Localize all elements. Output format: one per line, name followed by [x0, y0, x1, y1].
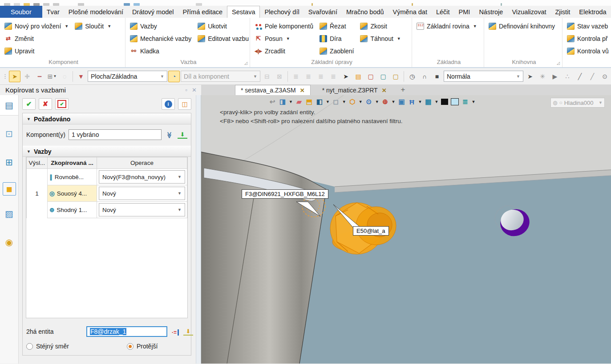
- titlebar-icon-sliver[interactable]: [312, 3, 313, 6]
- ribbon-item-zrcadlit[interactable]: ◂|▸Zrcadlit: [255, 45, 313, 57]
- ribbon-item-upravit[interactable]: Upravit: [4, 45, 69, 57]
- operation-select[interactable]: Nový▼: [99, 187, 185, 200]
- circle-center-icon[interactable]: ⊙: [599, 71, 611, 82]
- titlebar-icon-sliver[interactable]: [196, 3, 202, 6]
- toolbar-grip[interactable]: ⋮: [1, 73, 8, 80]
- multi-pick-icon[interactable]: ⊞▼: [46, 71, 58, 82]
- menu-tab-plo-n-modelov-n[interactable]: Plošné modelování: [64, 6, 128, 18]
- copy-with-constraints-panel-icon[interactable]: ▤: [0, 95, 18, 116]
- ribbon-item-kontrola-p[interactable]: Kontrola př: [567, 32, 609, 45]
- align-plane-view-icon[interactable]: ⬒: [305, 97, 314, 106]
- view-wheel-icon[interactable]: ⬡: [348, 97, 357, 106]
- operation-select[interactable]: Nový▼: [99, 203, 185, 216]
- titlebar-icon-sliver[interactable]: [134, 3, 140, 6]
- ribbon-item-definov-n-knihovny[interactable]: Definování knihovny: [489, 20, 555, 32]
- line2-tool-icon[interactable]: ╱: [587, 71, 598, 82]
- list-filter-4-icon[interactable]: ≣: [328, 71, 339, 82]
- viewport-canvas[interactable]: [201, 95, 611, 364]
- ribbon-item-zaoblen[interactable]: Zaoblení: [320, 45, 354, 57]
- view-cube-icon[interactable]: ◼: [3, 182, 16, 196]
- constraint-type-cell[interactable]: ⊕Shodný 1...: [48, 202, 97, 218]
- list-filter-3-icon[interactable]: ≣: [315, 71, 327, 82]
- layers-icon[interactable]: ≣: [461, 97, 469, 106]
- ribbon-item-kladka[interactable]: ⚯Kladka: [130, 45, 191, 57]
- titlebar-icon-sliver[interactable]: [53, 3, 59, 6]
- titlebar-icon-sliver[interactable]: [501, 3, 502, 6]
- titlebar-icon-sliver[interactable]: [14, 3, 20, 6]
- table-header-operace[interactable]: Operace: [97, 157, 187, 169]
- select-from-list-icon[interactable]: ⬇: [178, 131, 187, 139]
- gear-pick-icon[interactable]: ✳: [537, 71, 548, 82]
- tab-close-icon[interactable]: ✕: [300, 87, 305, 94]
- apply-button[interactable]: ✔: [55, 98, 69, 110]
- menu-tab-l-it[interactable]: Léčit: [432, 6, 454, 18]
- panel-viewport-divider[interactable]: [196, 95, 201, 364]
- menu-tab-soubor[interactable]: Soubor: [0, 6, 42, 18]
- image-render-icon[interactable]: ▨: [0, 204, 18, 224]
- color-filter-icon[interactable]: ▼: [75, 71, 87, 82]
- render-mode-icon[interactable]: ▦: [424, 97, 433, 106]
- ribbon-item-nov-pro-vlo-en[interactable]: Nový pro vložení▼: [4, 20, 69, 32]
- snap-points-icon[interactable]: ∴: [562, 71, 573, 82]
- tab-close-icon[interactable]: ✕: [382, 87, 387, 94]
- ribbon-item-pole-komponent[interactable]: Pole komponentů: [255, 20, 313, 32]
- pick-cursor-icon[interactable]: ➤: [9, 71, 20, 82]
- ribbon-item-ukotvit[interactable]: Ukotvit: [198, 20, 249, 32]
- ribbon-item-zkosit[interactable]: Zkosit: [360, 20, 401, 32]
- same-direction-radio[interactable]: [26, 343, 33, 350]
- compass-icon[interactable]: ◷: [406, 71, 418, 82]
- list-filter-2-icon[interactable]: ≣: [303, 71, 314, 82]
- menu-tab-p-m-editace[interactable]: Přímá editace: [178, 6, 227, 18]
- lasso-pick-icon[interactable]: ◌: [59, 71, 70, 82]
- zoom-document-icon[interactable]: ⊙: [364, 97, 373, 106]
- menu-tab-zjistit[interactable]: Zjistit: [551, 6, 575, 18]
- list-filter-1-icon[interactable]: ≣: [290, 71, 302, 82]
- ribbon-item-zm-nit[interactable]: ⇄Změnit: [4, 32, 69, 45]
- menu-tab-sestava[interactable]: Sestava: [227, 6, 260, 18]
- history-regen-icon[interactable]: ◔: [168, 71, 180, 82]
- viewport-3d[interactable]: <pravý-klik> pro volby zadání entity. <F…: [201, 95, 611, 364]
- document-tab-sestava-a-z3asm[interactable]: * sestava_a.Z3ASM✕: [235, 85, 311, 95]
- plane-display-icon[interactable]: ■: [431, 71, 443, 82]
- select-arrow-icon[interactable]: ➤: [524, 71, 536, 82]
- ribbon-item-vazby[interactable]: Vazby: [130, 20, 191, 32]
- ribbon-item-posun[interactable]: ⇱Posun▼: [255, 32, 313, 45]
- view-manager-icon[interactable]: ◨: [278, 97, 287, 106]
- expand-selection-icon[interactable]: ≫: [165, 131, 174, 139]
- menu-tab-v-m-na-dat[interactable]: Výměna dat: [388, 6, 432, 18]
- wireframe-box-icon[interactable]: ◻: [332, 97, 340, 106]
- reference-close-icon[interactable]: ⊠: [274, 71, 285, 82]
- titlebar-icon-sliver[interactable]: [24, 3, 30, 6]
- part-document-icon[interactable]: ▢: [365, 71, 376, 82]
- ok-button[interactable]: ✔: [22, 98, 36, 110]
- section-required[interactable]: ▼ Požadováno: [23, 113, 191, 124]
- user-role-icon[interactable]: ◉: [0, 232, 18, 252]
- curve-hook-icon[interactable]: ∩: [419, 71, 430, 82]
- iso-view-icon[interactable]: ◧: [315, 97, 324, 106]
- menu-tab-dr-tov-model[interactable]: Drátový model: [128, 6, 178, 18]
- panel-minimize-button[interactable]: ▫: [185, 87, 187, 93]
- ribbon-item-kontrola-v[interactable]: Kontrola vů: [567, 45, 609, 57]
- window-view-icon[interactable]: ▣: [397, 97, 406, 106]
- titlebar-icon-sliver[interactable]: [78, 3, 84, 6]
- opposite-direction-radio[interactable]: [127, 343, 134, 350]
- menu-tab-n-stroje[interactable]: Nástroje: [474, 6, 507, 18]
- assembly-manager-icon[interactable]: ⊡: [0, 124, 18, 144]
- ribbon-item-mechanick-vazby[interactable]: Mechanické vazby: [130, 32, 191, 45]
- line-tool-icon[interactable]: ╱: [574, 71, 586, 82]
- remove-selection-icon[interactable]: ━: [34, 71, 45, 82]
- selection-list-icon[interactable]: ▤: [352, 71, 364, 82]
- ribbon-item-t-hnout[interactable]: Táhnout▼: [360, 32, 401, 45]
- document-settings-icon[interactable]: ▢: [390, 71, 401, 82]
- pick-entity-icon[interactable]: ⬇: [183, 328, 193, 336]
- view-normal-combo[interactable]: Normála▼: [444, 71, 523, 82]
- titlebar-icon-sliver[interactable]: [4, 3, 10, 6]
- menu-tab-pmi[interactable]: PMI: [454, 6, 475, 18]
- info-button[interactable]: i: [162, 98, 175, 110]
- exit-icon[interactable]: ↩: [268, 97, 277, 106]
- constraint-type-cell[interactable]: ◎Souosý 4...: [48, 185, 97, 202]
- layer-combo[interactable]: ◍ ○ Hladina000 ▼: [550, 98, 605, 108]
- component-input[interactable]: 1 vybráno: [69, 129, 162, 140]
- ribbon-item-d-ra[interactable]: Díra: [320, 32, 354, 45]
- menu-tab-elektroda[interactable]: Elektroda: [575, 6, 611, 18]
